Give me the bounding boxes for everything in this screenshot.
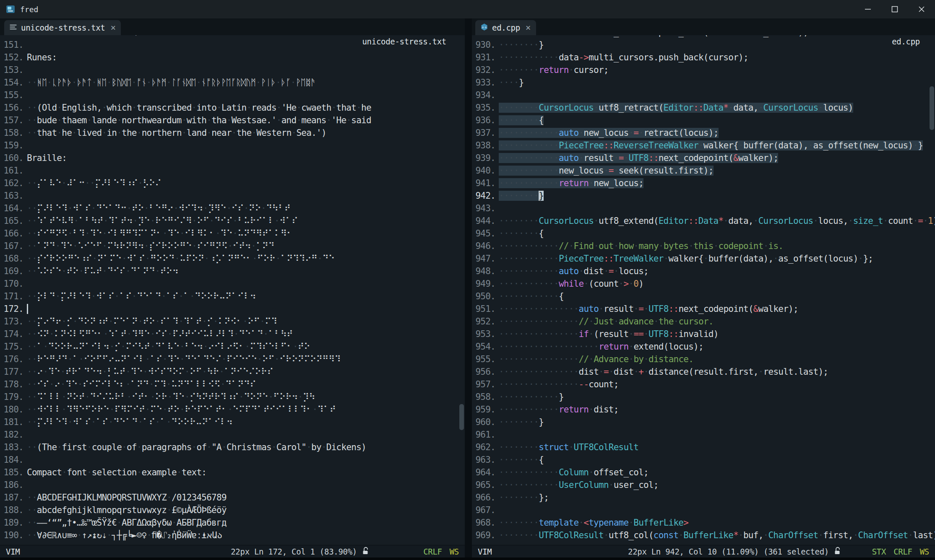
- code-line[interactable]: 939.············auto·result·=·UTF8::next…: [472, 152, 935, 164]
- code-line[interactable]: 933.····}: [472, 76, 935, 89]
- code-line[interactable]: 177.··⠔·⠹⠑·⠞⠗⠁⠙⠑⠲·⡃⠥⠞·⠹⠑·⠺⠊⠎⠙⠕⠍·⠕⠋·⠳⠗·⠁⠝…: [0, 366, 465, 378]
- code-line[interactable]: 163.: [0, 189, 465, 202]
- status-flag-ws[interactable]: WS: [450, 547, 459, 556]
- status-flag-stx[interactable]: STX: [872, 547, 886, 556]
- code-line[interactable]: 182.: [0, 428, 465, 441]
- code-line[interactable]: 179.··⠩⠁⠇⠇·⠝⠕⠞·⠙⠊⠌⠥⠗⠃·⠊⠞⠂·⠕⠗·⠹⠑·⡊⠳⠝⠞⠗⠹⠰⠎…: [0, 391, 465, 403]
- code-line[interactable]: 941.············return·new_locus;: [472, 177, 935, 189]
- code-line[interactable]: 169.··⠡⠕⠎⠑·⠞⠕·⠏⠥⠞·⠙⠊⠎·⠙⠁⠝⠙·⠞⠕⠲: [0, 265, 465, 277]
- status-flag-ws[interactable]: WS: [920, 547, 929, 556]
- code-line[interactable]: 187.··ABCDEFGHIJKLMNOPQRSTUVWXYZ·/012345…: [0, 491, 465, 504]
- maximize-button[interactable]: [881, 0, 908, 18]
- code-line[interactable]: 929.············data->multi_cursors.push…: [472, 35, 935, 39]
- code-line[interactable]: 188.··abcdefghijklmnopqrstuvwxyz·£©µÀÆÖÞ…: [0, 504, 465, 516]
- code-line[interactable]: 157.··bude·thaem·lande·northweardum·with…: [0, 114, 465, 127]
- code-line[interactable]: 940.············new_locus·=·seek(result.…: [472, 164, 935, 177]
- code-line[interactable]: 946.············//·Find·out·how·many·byt…: [472, 240, 935, 252]
- code-line[interactable]: 165.··⠱⠁⠞⠑⠧⠻·⠁⠃⠳⠞·⠹⠁⠞⠲·⡹⠑·⠗⠑⠛⠊⠌⠻·⠕⠋·⠙⠊⠎·…: [0, 215, 465, 227]
- tab-unicode-stress-txt[interactable]: unicode-stress.txt ×: [4, 20, 121, 35]
- code-line[interactable]: 945.········{: [472, 227, 935, 240]
- code-line[interactable]: 154.··ᚻᛖ·ᚳᚹᚫᚦ·ᚦᚫᛏ·ᚻᛖ·ᛒᚢᛞᛖ·ᚩᚾ·ᚦᚫᛗ·ᛚᚪᚾᛞᛖ·ᚾ…: [0, 76, 465, 89]
- code-line[interactable]: 934.: [472, 89, 935, 101]
- editor-right[interactable]: 929.············data->multi_cursors.push…: [472, 35, 935, 545]
- code-line[interactable]: 948.············auto·dist·=·locus;: [472, 265, 935, 277]
- status-flag-crlf[interactable]: CRLF: [893, 547, 912, 556]
- code-line[interactable]: 158.··that·he·lived·in·the·northern·land…: [0, 127, 465, 139]
- code-line[interactable]: 181.··⡍⠜⠇⠑⠹·⠺⠁⠎·⠁⠎·⠙⠑⠁⠙·⠁⠎·⠁·⠙⠕⠕⠗⠤⠝⠁⠊⠇⠲: [0, 416, 465, 428]
- code-line[interactable]: 175.··⠁·⠙⠕⠕⠗⠤⠝⠁⠊⠇⠲·⡊·⠍⠊⠣⠞·⠙⠁⠧⠑·⠃⠑⠲·⠔⠊⠇⠔⠫…: [0, 340, 465, 353]
- code-line[interactable]: 944.········CursorLocus·utf8_extend(Edit…: [472, 215, 935, 227]
- code-line[interactable]: 950.············{: [472, 290, 935, 303]
- code-line[interactable]: 168.··⡎⠊⠗⠕⠕⠛⠑⠰⠎·⠝⠁⠍⠑·⠺⠁⠎·⠛⠕⠕⠙·⠥⠏⠕⠝·⠰⡡⠁⠝⠛…: [0, 252, 465, 265]
- code-line[interactable]: 159.: [0, 139, 465, 152]
- code-line[interactable]: 153.: [0, 64, 465, 76]
- code-line[interactable]: 936.········{: [472, 114, 935, 127]
- unlock-icon[interactable]: [834, 547, 841, 557]
- code-line[interactable]: 174.··⠪⠝·⠅⠝⠪⠇⠫⠛⠑⠂·⠱⠁⠞·⠹⠻⠑·⠊⠎·⠏⠜⠞⠊⠊⠥⠇⠜⠇⠹·…: [0, 328, 465, 340]
- code-line[interactable]: 957.················--count;: [472, 378, 935, 391]
- code-line[interactable]: 166.··⠎⠊⠛⠝⠫·⠃⠹·⠹⠑·⠊⠇⠻⠛⠹⠍⠁⠝⠂·⠹⠑·⠊⠇⠻⠅⠂·⠹⠑·…: [0, 227, 465, 240]
- code-line[interactable]: 180.··⠺⠊⠇⠇·⠹⠻⠑⠋⠕⠗⠑·⠏⠻⠍⠊⠞·⠍⠑·⠞⠕·⠗⠑⠏⠑⠁⠞⠂·⠑…: [0, 403, 465, 416]
- right-scrollbar-thumb[interactable]: [930, 86, 934, 130]
- code-line[interactable]: 955.················//·Advance·by·distan…: [472, 353, 935, 366]
- code-line[interactable]: 962.········struct·UTF8ColResult: [472, 441, 935, 454]
- code-line[interactable]: 959.············return·dist;: [472, 403, 935, 416]
- code-line[interactable]: 951.················auto·result·=·UTF8::…: [472, 303, 935, 315]
- code-line[interactable]: 937.············auto·new_locus·=·retract…: [472, 127, 935, 139]
- code-line[interactable]: 968.········template·<typename·BufferLik…: [472, 516, 935, 529]
- code-line[interactable]: 178.··⠊⠎·⠔·⠹⠑·⠎⠊⠍⠊⠇⠑⠆·⠁⠝⠙·⠍⠹·⠥⠝⠙⠁⠇⠇⠪⠫·⠙⠁…: [0, 378, 465, 391]
- tab-close-icon[interactable]: ×: [111, 23, 116, 32]
- status-flag-crlf[interactable]: CRLF: [423, 547, 442, 556]
- code-line[interactable]: 961.: [472, 428, 935, 441]
- code-line[interactable]: 172.: [0, 303, 465, 315]
- code-line[interactable]: 173.··⡍⠔⠙⠖·⡊·⠙⠕⠝⠰⠞·⠍⠑⠁⠝·⠞⠕·⠎⠁⠹·⠹⠁⠞·⡊·⠅⠝⠪…: [0, 315, 465, 328]
- code-line[interactable]: 171.··⡕⠇⠙·⡍⠜⠇⠑⠹·⠺⠁⠎·⠁⠎·⠙⠑⠁⠙·⠁⠎·⠁·⠙⠕⠕⠗⠤⠝⠁…: [0, 290, 465, 303]
- minimize-button[interactable]: [854, 0, 881, 18]
- code-line[interactable]: 931.············data->multi_cursors.push…: [472, 51, 935, 64]
- code-line[interactable]: 186.: [0, 479, 465, 491]
- code-line[interactable]: 162.··⡌⠁⠧⠑·⠼⠁⠒··⡍⠜⠇⠑⠹⠰⠎·⡣⠕⠌: [0, 177, 465, 189]
- code-line[interactable]: 185.Compact·font·selection·example·text:: [0, 466, 465, 479]
- code-line[interactable]: 160.Braille:: [0, 152, 465, 164]
- unlock-icon[interactable]: [362, 547, 369, 557]
- code-line[interactable]: 964.············Column·offset_col;: [472, 466, 935, 479]
- code-line[interactable]: 164.··⡍⠜⠇⠑⠹·⠺⠁⠎·⠙⠑⠁⠙⠒·⠞⠕·⠃⠑⠛⠔·⠺⠊⠹⠲·⡹⠻⠑·⠊…: [0, 202, 465, 215]
- code-line[interactable]: 949.············while·(count·>·0): [472, 277, 935, 290]
- code-line[interactable]: 156.··(Old·English,·which·transcribed·in…: [0, 101, 465, 114]
- code-line[interactable]: 170.: [0, 277, 465, 290]
- code-line[interactable]: 152.Runes:: [0, 51, 465, 64]
- code-line[interactable]: 953.················if·(result·==·UTF8::…: [472, 328, 935, 340]
- code-line[interactable]: 952.················//·Just·advance·the·…: [472, 315, 935, 328]
- code-line[interactable]: 935.········CursorLocus·utf8_retract(Edi…: [472, 101, 935, 114]
- tab-ed-cpp[interactable]: ++ ed.cpp ×: [475, 20, 536, 35]
- code-line[interactable]: 963.········{: [472, 454, 935, 466]
- code-line[interactable]: 947.············PieceTree::TreeWalker·wa…: [472, 252, 935, 265]
- code-line[interactable]: 967.: [472, 504, 935, 516]
- left-scrollbar[interactable]: [459, 35, 464, 545]
- code-line[interactable]: 966.········};: [472, 491, 935, 504]
- code-line[interactable]: 155.: [0, 89, 465, 101]
- editor-left[interactable]: 150.··እግዜር·የከፈተውን·ጉሮሮ·ሳይዘጋው·አይድርም።151.15…: [0, 35, 465, 545]
- code-line[interactable]: 943.: [472, 202, 935, 215]
- pane-divider[interactable]: [465, 18, 472, 557]
- code-line[interactable]: 167.··⠁⠝⠙·⠹⠑·⠡⠊⠑⠋·⠍⠳⠗⠝⠻⠲·⡎⠊⠗⠕⠕⠛⠑·⠎⠊⠛⠝⠫·⠊…: [0, 240, 465, 252]
- code-line[interactable]: 942.········}: [472, 189, 935, 202]
- code-line[interactable]: 189.··–—‘“”„†•…‰™œŠŸž€·ΑΒΓΔΩαβγδω·АБВГДа…: [0, 516, 465, 529]
- right-scrollbar[interactable]: [930, 35, 934, 545]
- left-scrollbar-thumb[interactable]: [459, 404, 464, 430]
- code-line[interactable]: 960.········}: [472, 416, 935, 428]
- code-line[interactable]: 930.········}: [472, 39, 935, 51]
- code-line[interactable]: 183.··(The·first·couple·of·paragraphs·of…: [0, 441, 465, 454]
- code-line[interactable]: 969.········UTF8ColResult·utf8_col(const…: [472, 529, 935, 542]
- code-line[interactable]: 956.················dist·=·dist·+·distan…: [472, 366, 935, 378]
- code-line[interactable]: 938.············PieceTree::ReverseTreeWa…: [472, 139, 935, 152]
- code-line[interactable]: 184.: [0, 454, 465, 466]
- code-line[interactable]: 958.············}: [472, 391, 935, 403]
- code-line[interactable]: 190.··∀∂∈ℝ∧∪≡∞·↑↗↨↻⇣·┐┼╔╘►☺♀·ﬁ�⑀₂ἠḂӥẄɐː⍎…: [0, 529, 465, 542]
- code-line[interactable]: 161.: [0, 164, 465, 177]
- code-line[interactable]: 176.··⠗⠑⠛⠜⠙·⠁·⠊⠕⠋⠋⠔⠤⠝⠁⠊⠇·⠁⠎·⠹⠑·⠙⠑⠁⠙⠑⠌·⠏⠊…: [0, 353, 465, 366]
- code-line[interactable]: 954.····················return·extend(lo…: [472, 340, 935, 353]
- code-line[interactable]: 965.············UserColumn·user_col;: [472, 479, 935, 491]
- tab-close-icon[interactable]: ×: [526, 23, 531, 32]
- code-line[interactable]: 932.········return·cursor;: [472, 64, 935, 76]
